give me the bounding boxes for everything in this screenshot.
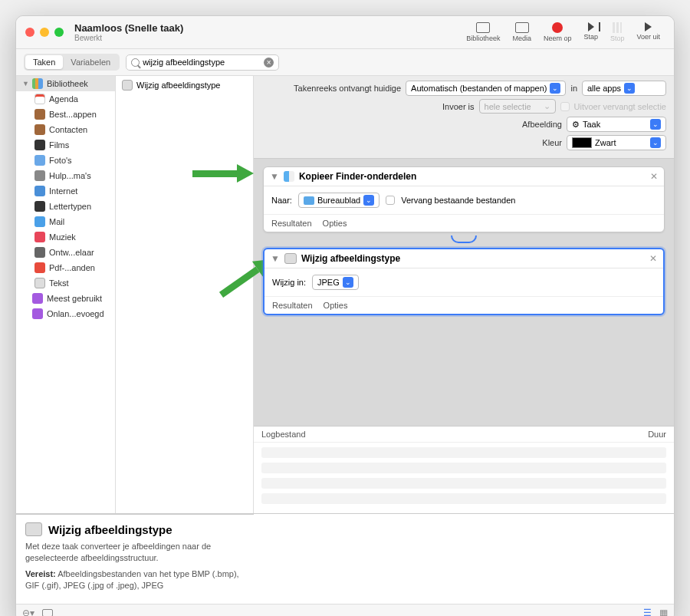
title-area: Naamloos (Snelle taak) Bewerkt [74,22,466,42]
search-field[interactable]: × [126,54,279,71]
log-rows [254,443,674,513]
sidebar-item[interactable]: Best...appen [16,107,115,122]
results-button[interactable]: Resultaten [272,301,313,310]
contacts-icon [34,124,45,135]
close-button[interactable] [25,28,34,37]
music-icon [34,232,45,242]
preview-icon [25,522,42,536]
image-popup[interactable]: ⚙ Taak⌄ [567,117,666,132]
options-button[interactable]: Opties [324,301,348,310]
sidebar-item[interactable]: Agenda [16,91,115,107]
developer-icon [34,247,45,258]
smart-folder-icon [32,308,43,319]
run-button[interactable]: Voer uit [636,22,660,42]
window-title: Naamloos (Snelle taak) [74,22,466,34]
action-description: Wijzig afbeeldingstype Met deze taak con… [16,514,254,604]
action-copy-finder[interactable]: ▼Kopieer Finder-onderdelen✕ Naar: Bureau… [263,166,665,232]
record-icon [552,22,563,33]
settings-button[interactable]: ⊖▾ [22,608,34,616]
workflow-options: Takenreeks ontvangt huidige Automatisch … [254,76,674,159]
mail-icon [34,216,45,227]
record-button[interactable]: Neem op [544,22,572,42]
results-button[interactable]: Resultaten [271,219,312,228]
library-icon [476,22,490,33]
log-col-file: Logbestand [261,430,648,439]
action-connector [263,236,665,245]
log-panel: LogbestandDuur [254,426,674,513]
tab-variables[interactable]: Variabelen [63,55,118,69]
tab-actions[interactable]: Taken [25,55,63,69]
log-col-duration: Duur [648,430,666,439]
stop-icon [613,22,622,33]
zoom-button[interactable] [54,28,64,37]
workflow-canvas[interactable]: ▼Kopieer Finder-onderdelen✕ Naar: Bureau… [254,159,674,426]
sidebar-item[interactable]: Mail [16,214,115,229]
sidebar-item[interactable]: Pdf-...anden [16,260,115,275]
action-list-item[interactable]: Wijzig afbeeldingstype [116,76,253,94]
sidebar-item[interactable]: Foto's [16,153,115,168]
minimize-button[interactable] [40,28,49,37]
folder-icon [304,196,314,205]
receives-label: Takenreeks ontvangt huidige [294,84,401,93]
action-change-image-type[interactable]: ▼Wijzig afbeeldingstype✕ Wijzig in: JPEG… [263,248,665,315]
photo-icon [34,155,45,166]
books-icon [32,78,43,89]
titlebar: Naamloos (Snelle taak) Bewerkt Bibliothe… [16,16,674,49]
annotation-arrow [192,164,254,183]
sidebar-item[interactable]: Films [16,137,115,153]
search-icon [131,58,140,67]
utilities-icon [34,170,45,181]
chevron-icon: ⌄ [343,277,353,288]
traffic-lights [25,28,64,37]
view-toggle[interactable] [42,609,53,616]
globe-icon [34,186,45,196]
preview-icon [284,253,297,264]
library-header[interactable]: ▼Bibliotheek [16,76,115,91]
media-icon [515,22,529,33]
tab-segment: Taken Variabelen [24,54,120,71]
remove-action-button[interactable]: ✕ [649,253,657,264]
recently-added[interactable]: Onlan...evoegd [16,306,115,321]
color-swatch [572,137,592,148]
search-input[interactable] [143,58,264,67]
pdf-icon [34,262,45,273]
automator-window: Naamloos (Snelle taak) Bewerkt Bibliothe… [15,15,675,616]
remove-action-button[interactable]: ✕ [650,171,658,182]
footer: ⊖▾ ☰ ▦ [16,604,674,616]
sidebar-item[interactable]: Internet [16,183,115,199]
sidebar-item[interactable]: Contacten [16,122,115,137]
receives-popup[interactable]: Automatisch (bestanden of mappen)⌄ [406,81,566,96]
most-used[interactable]: Meest gebruikt [16,291,115,306]
sidebar-item[interactable]: Ontw...elaar [16,245,115,260]
sidebar-item[interactable]: Hulp...ma's [16,168,115,183]
sidebar-item[interactable]: Muziek [16,229,115,245]
format-popup[interactable]: JPEG⌄ [312,275,359,290]
library-sidebar: ▼Bibliotheek Agenda Best...appen Contact… [16,76,116,513]
main-body: ▼Bibliotheek Agenda Best...appen Contact… [16,76,674,513]
stop-button[interactable]: Stop [610,22,625,42]
color-popup[interactable]: Zwart⌄ [567,135,666,150]
subtoolbar: Taken Variabelen × [16,49,674,76]
window-subtitle: Bewerkt [74,34,466,42]
text-icon [34,278,45,288]
step-button[interactable]: Stap [583,22,598,42]
library-button[interactable]: Bibliotheek [466,22,500,42]
chevron-icon: ⌄ [650,137,661,148]
options-button[interactable]: Opties [323,219,347,228]
sidebar-item[interactable]: Lettertypen [16,199,115,214]
font-icon [34,201,45,212]
film-icon [34,140,45,150]
workflow-area: Takenreeks ontvangt huidige Automatisch … [254,76,674,513]
in-popup[interactable]: alle apps⌄ [582,81,666,96]
step-icon [588,22,594,31]
actions-list: Wijzig afbeeldingstype [116,76,254,513]
list-view-button[interactable]: ☰ [643,608,652,616]
destination-popup[interactable]: Bureaublad⌄ [298,193,380,208]
replace-checkbox[interactable] [386,196,395,205]
toolbar: Bibliotheek Media Neem op Stap Stop Voer… [466,22,665,42]
media-button[interactable]: Media [512,22,531,42]
grid-view-button[interactable]: ▦ [659,608,668,616]
sidebar-item[interactable]: Tekst [16,275,115,291]
clear-search-button[interactable]: × [264,58,274,68]
chevron-icon: ⌄ [650,119,661,130]
